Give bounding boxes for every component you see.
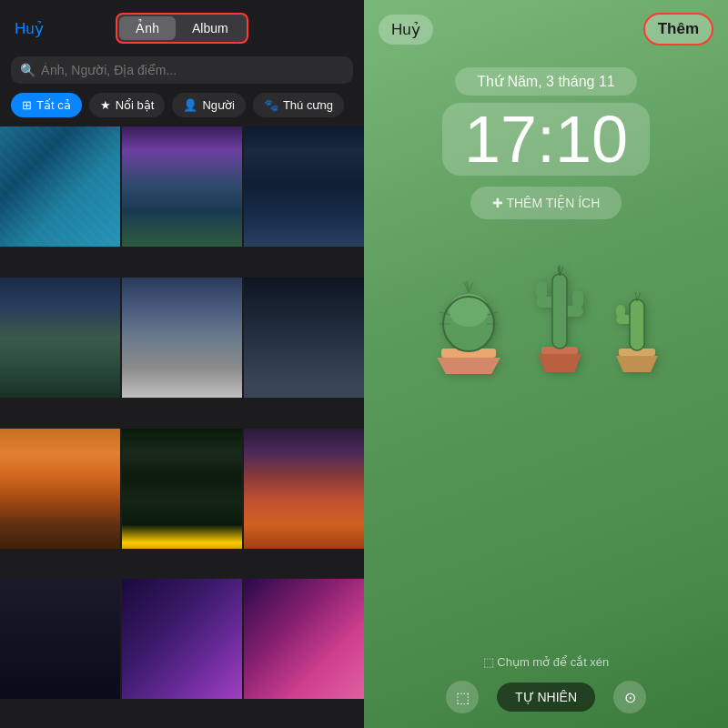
cactus-middle [523, 256, 596, 374]
photos-grid [0, 126, 364, 728]
bottom-icon-left-symbol: ⬚ [456, 689, 470, 706]
filter-pets-label: Thú cưng [283, 98, 333, 112]
cactus-illustration [423, 256, 669, 374]
filter-featured-icon: ★ [100, 98, 111, 112]
photo-thumb-2[interactable] [122, 126, 242, 247]
right-header: Huỷ Thêm [364, 0, 728, 58]
hint-text: ⬚ Chụm mở để cắt xén [483, 655, 610, 669]
cactus-left [423, 274, 514, 374]
search-bar: 🔍 [11, 56, 353, 84]
date-pill: Thứ Năm, 3 tháng 11 [455, 67, 636, 96]
filter-pets-icon: 🐾 [264, 98, 278, 112]
cancel-button-right[interactable]: Huỷ [379, 15, 433, 45]
photo-thumb-9[interactable] [244, 429, 364, 549]
svg-line-9 [469, 282, 473, 292]
filter-all-icon: ⊞ [22, 98, 32, 112]
time-pill: 17:10 [442, 103, 650, 176]
photo-thumb-1[interactable] [0, 126, 120, 247]
photo-thumb-5[interactable] [122, 278, 242, 398]
svg-rect-25 [630, 299, 644, 350]
filter-bar: ⊞ Tất cả ★ Nổi bật 👤 Người 🐾 Thú cưng [0, 93, 364, 126]
time-text: 17:10 [464, 103, 628, 176]
left-panel: Huỷ Ảnh Album 🔍 ⊞ Tất cả ★ Nổi bật 👤 Ngư… [0, 0, 364, 728]
filter-people-icon: 👤 [183, 98, 197, 112]
svg-marker-13 [538, 354, 581, 372]
svg-rect-16 [536, 281, 547, 299]
svg-marker-1 [437, 358, 500, 374]
photo-thumb-12[interactable] [244, 579, 364, 699]
photo-thumb-4[interactable] [0, 278, 120, 398]
filter-featured[interactable]: ★ Nổi bật [89, 93, 166, 117]
svg-point-3 [449, 294, 489, 327]
svg-rect-18 [572, 290, 583, 308]
filter-all[interactable]: ⊞ Tất cả [11, 93, 82, 117]
right-panel: Huỷ Thêm Thứ Năm, 3 tháng 11 17:10 ✚ THÊ… [364, 0, 728, 728]
filter-people-label: Người [202, 98, 235, 112]
add-button[interactable]: Thêm [643, 13, 713, 46]
filter-featured-label: Nổi bật [116, 98, 155, 112]
bottom-icon-left[interactable]: ⬚ [446, 681, 479, 713]
tab-switcher: Ảnh Album [116, 13, 248, 44]
date-text: Thứ Năm, 3 tháng 11 [477, 74, 614, 89]
bottom-bar: ⬚ TỰ NHIÊN ⊙ [364, 681, 728, 728]
filter-all-label: Tất cả [36, 98, 71, 112]
photo-thumb-10[interactable] [0, 579, 120, 699]
lock-screen-content: Thứ Năm, 3 tháng 11 17:10 ✚ THÊM TIỆN ÍC… [364, 58, 728, 653]
cactus-right [605, 283, 669, 374]
svg-rect-27 [616, 305, 625, 318]
left-header: Huỷ Ảnh Album [0, 0, 364, 56]
filter-pets[interactable]: 🐾 Thú cưng [253, 93, 344, 117]
photo-thumb-6[interactable] [244, 278, 364, 398]
tab-album[interactable]: Album [176, 16, 245, 40]
search-input[interactable] [41, 63, 344, 77]
svg-marker-24 [616, 356, 658, 372]
search-icon: 🔍 [20, 63, 35, 77]
cancel-button-left[interactable]: Huỷ [15, 19, 44, 38]
filter-people[interactable]: 👤 Người [172, 93, 246, 117]
photo-thumb-8[interactable] [122, 429, 242, 549]
widget-label: ✚ THÊM TIỆN ÍCH [492, 196, 601, 210]
natural-label: TỰ NHIÊN [515, 690, 577, 704]
photo-thumb-7[interactable] [0, 429, 120, 549]
add-widget-button[interactable]: ✚ THÊM TIỆN ÍCH [470, 187, 622, 219]
crop-hint: ⬚ Chụm mở để cắt xén [364, 653, 728, 670]
photo-thumb-11[interactable] [122, 579, 242, 699]
bottom-icon-right-symbol: ⊙ [624, 689, 636, 706]
bottom-icon-right[interactable]: ⊙ [613, 681, 646, 713]
tab-anh[interactable]: Ảnh [119, 16, 176, 40]
natural-button[interactable]: TỰ NHIÊN [497, 682, 595, 712]
photo-thumb-3[interactable] [244, 126, 364, 247]
